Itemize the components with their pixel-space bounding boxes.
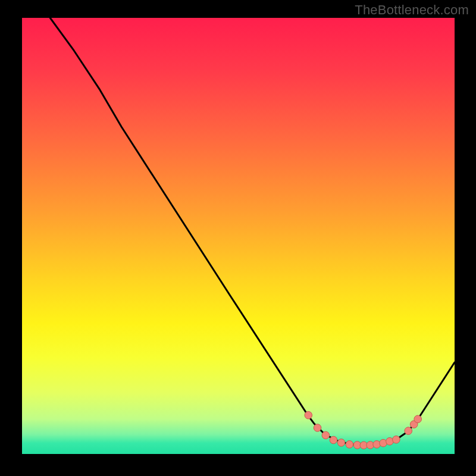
data-marker [330, 436, 337, 444]
chart-background-gradient [22, 18, 455, 454]
chart-frame: TheBottleneck.com [0, 0, 476, 476]
data-marker [305, 411, 312, 419]
data-marker [393, 436, 400, 444]
chart-svg [22, 18, 455, 454]
data-marker [314, 424, 321, 432]
data-marker [414, 415, 422, 423]
attribution-text: TheBottleneck.com [355, 2, 469, 18]
plot-area [22, 18, 455, 454]
data-marker [322, 431, 330, 439]
data-marker [373, 441, 381, 449]
data-marker [405, 427, 412, 435]
data-marker [346, 441, 353, 449]
data-marker [337, 439, 345, 447]
